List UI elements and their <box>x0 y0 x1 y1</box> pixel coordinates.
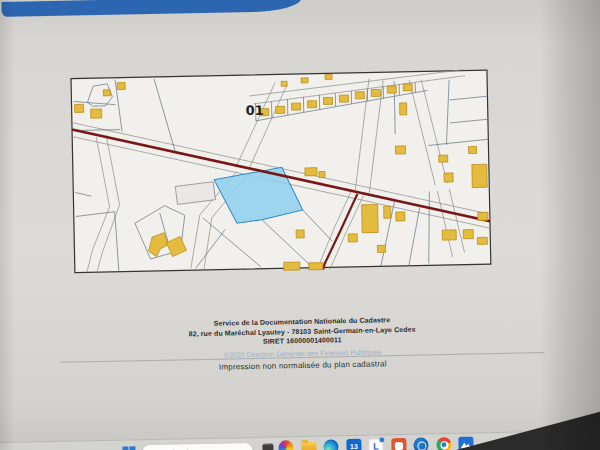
screen-content: 01 Service de la Documentation Nationale… <box>0 0 600 450</box>
l-app-icon[interactable]: L <box>368 438 383 450</box>
screen-photo: 01 Service de la Documentation Nationale… <box>0 0 600 450</box>
photos-app-icon[interactable] <box>458 437 473 450</box>
browser-tab-chip[interactable] <box>1 0 301 17</box>
taskbar-search[interactable]: Rechercher <box>141 442 253 450</box>
chrome-icon[interactable] <box>436 437 451 450</box>
map-sheet-label: 01 <box>246 103 264 118</box>
edge-browser-icon[interactable] <box>323 439 338 450</box>
mail-app-icon[interactable] <box>391 438 406 450</box>
pinned-app-icon[interactable] <box>262 444 273 450</box>
pinwheel-app-icon[interactable] <box>278 440 293 450</box>
cadastral-map: 01 <box>67 60 495 284</box>
windows-taskbar: Rechercher 13 L <box>0 430 600 450</box>
outlook-icon[interactable] <box>413 437 428 450</box>
document-footer: Service de la Documentation Nationale du… <box>2 311 600 364</box>
top-right-window-edge <box>539 0 599 1</box>
calendar-tile-icon[interactable]: 13 <box>346 439 361 450</box>
start-button[interactable] <box>122 446 135 450</box>
file-explorer-icon[interactable] <box>301 442 316 450</box>
